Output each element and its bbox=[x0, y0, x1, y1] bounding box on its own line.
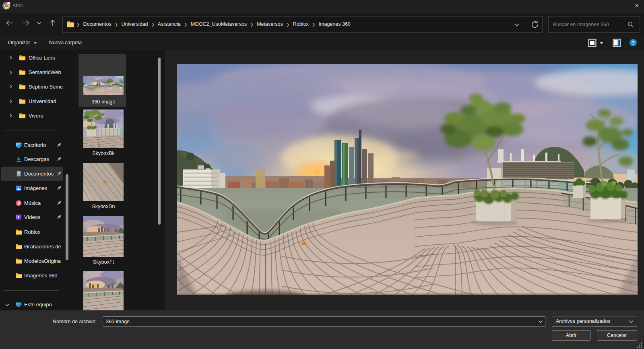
svg-text:?: ? bbox=[632, 40, 635, 46]
